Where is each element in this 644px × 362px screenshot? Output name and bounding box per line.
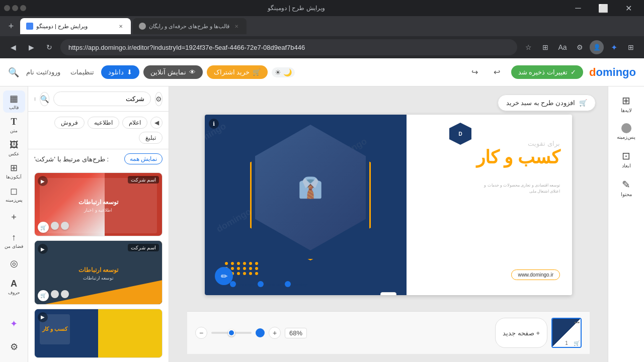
page-thumb-1[interactable]: ••• 1 🛒: [551, 318, 582, 348]
zoom-slider[interactable]: [211, 332, 252, 334]
toggle-dark-light[interactable]: 🌙 ☀: [272, 67, 295, 77]
tool-ai[interactable]: ✦: [3, 313, 25, 335]
undo-btn[interactable]: ↩: [489, 64, 505, 80]
template-card-2-dots[interactable]: [61, 290, 69, 298]
address-input[interactable]: [60, 39, 517, 55]
back-btn[interactable]: ◀: [6, 40, 20, 54]
canvas-wrapper: domingo domingo domingo domingo 👔 D برای…: [205, 115, 572, 295]
zoom-out-btn[interactable]: −: [195, 327, 207, 339]
chip-ad[interactable]: تبلیغ: [139, 132, 163, 144]
settings-icon[interactable]: ⚙: [573, 40, 587, 54]
sidebar-search-icon[interactable]: 🔍: [40, 92, 49, 106]
template-card-1-dots2[interactable]: [51, 222, 59, 230]
canvas-area: 🛒 افزودن طرح به سبد خرید domingo domingo…: [169, 86, 608, 362]
add-design-btn[interactable]: 🛒 افزودن طرح به سبد خرید: [498, 95, 596, 111]
icons-icon: ⊞: [10, 162, 18, 173]
tool-add[interactable]: +: [3, 206, 25, 228]
tool-icons[interactable]: ⊞ آیکون‌ها: [3, 160, 25, 182]
content-label: محتوا: [621, 192, 632, 197]
copilot-icon[interactable]: ✦: [607, 40, 621, 54]
main-content: ▦ قالب T متن 🖼 عکس ⊞ آیکون‌ها ◻ پس‌زمینه…: [0, 86, 644, 362]
tool-text[interactable]: T متن: [3, 114, 25, 136]
sidebar-nav-left[interactable]: ◀: [150, 117, 163, 129]
content-icon: ✎: [622, 178, 630, 191]
template-card-3[interactable]: کسب و کار ▶: [34, 309, 163, 358]
minimize-btn[interactable]: ─: [567, 1, 590, 15]
chip-sales[interactable]: فروش: [54, 117, 85, 129]
template-icon: ▦: [10, 93, 18, 104]
sidebar-filter-btn[interactable]: ⚙: [155, 92, 163, 106]
sidebar-search-loading: [34, 97, 36, 101]
settings-btn[interactable]: تنظیمات: [67, 65, 97, 79]
browser-app-icon[interactable]: ⊞: [538, 40, 552, 54]
zoom-in-btn[interactable]: +: [269, 327, 281, 339]
moon-icon: 🌙: [283, 68, 292, 76]
tab-2-close[interactable]: ✕: [117, 22, 125, 30]
template-card-1-cart[interactable]: 🛒: [38, 222, 49, 233]
profile-btn[interactable]: 👤: [590, 40, 604, 54]
show-online-btn[interactable]: 👁 نمایش آنلاین: [143, 65, 203, 79]
page-thumb-menu[interactable]: •••: [574, 320, 580, 325]
tab-1-close[interactable]: ✕: [232, 22, 240, 30]
template-card-1[interactable]: توسعه ارتباطات اطلاعیه و اخبار اسم شرکت …: [34, 172, 163, 236]
tool-background[interactable]: ◻ پس‌زمینه: [3, 183, 25, 205]
template-card-3-play[interactable]: ▶: [38, 312, 48, 322]
zoom-circle-btn[interactable]: [256, 328, 265, 337]
address-bar: ◀ ▶ ↻ ☆ ⊞ Aa ⚙ 👤 ✦ ⊞: [0, 36, 644, 58]
download-btn[interactable]: ⬇ دانلود: [101, 65, 139, 79]
subscribe-btn[interactable]: 🛒 خرید اشتراک: [207, 65, 268, 79]
tool-settings2[interactable]: ⚙: [3, 336, 25, 358]
template-card-1-play[interactable]: ▶: [38, 176, 48, 186]
page-thumb-cart[interactable]: 🛒: [574, 340, 580, 346]
redo-btn[interactable]: ↪: [467, 64, 483, 80]
cart-icon2: 🛒: [579, 99, 587, 107]
canvas-title-sub: بازاریابی: [476, 167, 560, 180]
dimensions-label: ابعاد: [622, 163, 631, 168]
reload-btn[interactable]: ↻: [42, 40, 56, 54]
toolbar-item-dimensions[interactable]: ⊡ ابعاد: [611, 146, 641, 172]
tool-template[interactable]: ▦ قالب: [3, 90, 25, 113]
zoom-value[interactable]: 68%: [285, 328, 307, 338]
tab-2[interactable]: ویرایش طرح | دومینگو ✕: [20, 18, 131, 34]
chip-notice[interactable]: اعلام: [122, 117, 147, 129]
extensions-icon[interactable]: ⊞: [624, 40, 638, 54]
template-card-1-dots[interactable]: [61, 222, 69, 230]
tool-my-space[interactable]: ↑ فضای من: [3, 229, 25, 251]
letters-icon: A: [11, 279, 17, 289]
tool-letters[interactable]: A حروف: [3, 276, 25, 298]
search-header-icon[interactable]: 🔍: [8, 67, 19, 78]
tool-unknown[interactable]: ◎: [3, 252, 25, 275]
fav-icon[interactable]: ☆: [521, 40, 535, 54]
settings2-icon: ⚙: [10, 341, 18, 352]
forward-btn[interactable]: ▶: [24, 40, 38, 54]
tab-1[interactable]: قالب‌ها و طرح‌های حرفه‌ای و رایگان ✕: [133, 18, 247, 34]
canvas-bottom-bar: − + 68% + صفحه جدید: [187, 311, 590, 354]
canvas-info-btn[interactable]: ℹ: [209, 119, 219, 129]
canvas-edit-icon[interactable]: ✏: [215, 267, 233, 285]
chip-info[interactable]: اطلاعیه: [88, 117, 119, 129]
cart-icon: 🛒: [253, 68, 261, 76]
background-label: پس‌زمینه: [6, 198, 23, 203]
toolbar-item-background[interactable]: پس‌زمینه: [611, 119, 641, 144]
signin-btn[interactable]: ورود/ثبت نام: [23, 65, 63, 79]
template-card-2[interactable]: توسعه ارتباطات توسعه ارتباطات اسم شرکت ▶…: [34, 240, 163, 304]
ai-icon: ✦: [10, 318, 18, 329]
canvas-expand-btn[interactable]: ▼: [380, 292, 396, 295]
app-header: domingo ✓ تغییرات ذخیره شد ↩ ↪ 🌙 ☀ 🛒 خری…: [0, 58, 644, 86]
sidebar-search-input[interactable]: [53, 92, 151, 106]
sun-icon: ☀: [275, 68, 281, 76]
close-btn[interactable]: ✕: [617, 1, 640, 15]
layers-icon: ⊞: [622, 95, 630, 107]
toolbar-item-layers[interactable]: ⊞ لایه‌ها: [611, 90, 641, 117]
show-all-btn[interactable]: نمایش همه: [124, 153, 163, 164]
reader-icon[interactable]: Aa: [555, 40, 570, 54]
template-card-2-cart[interactable]: 🛒: [38, 290, 49, 301]
tool-image[interactable]: 🖼 عکس: [3, 137, 25, 159]
template-card-2-actions: 🛒: [38, 290, 69, 301]
add-page-btn[interactable]: + صفحه جدید: [495, 318, 547, 348]
toolbar-item-content[interactable]: ✎ محتوا: [611, 174, 641, 201]
save-btn[interactable]: ✓ تغییرات ذخیره شد: [511, 65, 583, 79]
template-card-2-dots2[interactable]: [51, 290, 59, 298]
new-tab-button[interactable]: +: [4, 19, 18, 33]
maximize-btn[interactable]: ⬜: [592, 1, 615, 15]
